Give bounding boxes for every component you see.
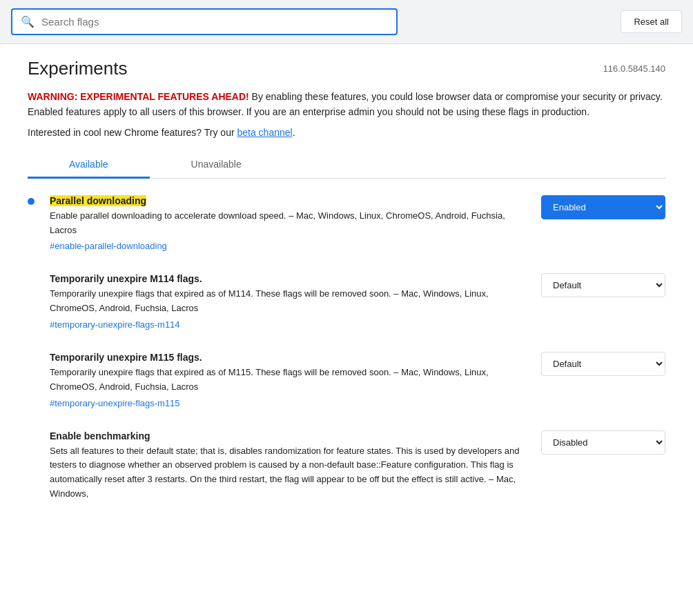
beta-intro: Interested in cool new Chrome features? …: [28, 127, 237, 138]
flag-title-highlighted: Parallel downloading: [50, 195, 146, 206]
flag-content: Parallel downloading Enable parallel dow…: [50, 195, 530, 252]
flag-title: Temporarily unexpire M115 flags.: [50, 352, 530, 363]
tab-available[interactable]: Available: [28, 152, 150, 179]
beta-text: Interested in cool new Chrome features? …: [28, 127, 665, 138]
flag-title: Temporarily unexpire M114 flags.: [50, 273, 530, 284]
page-title: Experiments: [28, 58, 128, 79]
flags-list: Parallel downloading Enable parallel dow…: [28, 195, 665, 504]
search-box: 🔍: [11, 8, 398, 35]
beta-channel-link[interactable]: beta channel: [237, 127, 292, 138]
flag-item-benchmarking: Enable benchmarking Sets all features to…: [28, 430, 665, 504]
header: 🔍 Reset all: [0, 0, 693, 44]
flag-content: Enable benchmarking Sets all features to…: [50, 430, 530, 504]
flag-content: Temporarily unexpire M115 flags. Tempora…: [50, 352, 530, 408]
flag-anchor-link[interactable]: #temporary-unexpire-flags-m115: [50, 398, 180, 408]
warning-label: WARNING: EXPERIMENTAL FEATURES AHEAD!: [28, 91, 249, 102]
flag-anchor-link[interactable]: #enable-parallel-downloading: [50, 241, 167, 251]
flag-description: Temporarily unexpire flags that expired …: [50, 366, 530, 395]
reset-all-button[interactable]: Reset all: [621, 10, 682, 33]
warning-paragraph: WARNING: EXPERIMENTAL FEATURES AHEAD! By…: [28, 89, 665, 120]
search-input[interactable]: [41, 16, 388, 28]
flag-control: Disabled Default Enabled: [541, 430, 665, 455]
flag-control: Enabled Default Disabled: [541, 195, 665, 219]
flag-control: Default Enabled Disabled: [541, 352, 665, 376]
flag-select-unexpire-m115[interactable]: Default Enabled Disabled: [541, 352, 665, 376]
flag-item-unexpire-m115: Temporarily unexpire M115 flags. Tempora…: [28, 352, 665, 408]
flag-select-benchmarking[interactable]: Disabled Default Enabled: [541, 430, 665, 455]
flag-description: Temporarily unexpire flags that expired …: [50, 287, 530, 316]
flag-item-parallel-downloading: Parallel downloading Enable parallel dow…: [28, 195, 665, 252]
flag-select-parallel-downloading[interactable]: Enabled Default Disabled: [541, 195, 665, 219]
flag-anchor-link[interactable]: #temporary-unexpire-flags-m114: [50, 319, 180, 330]
flag-content: Temporarily unexpire M114 flags. Tempora…: [50, 273, 530, 330]
flag-title: Parallel downloading: [50, 195, 530, 206]
beta-suffix: .: [293, 127, 295, 138]
top-section: Experiments 116.0.5845.140: [28, 58, 665, 79]
flag-control: Default Enabled Disabled: [541, 273, 665, 297]
flag-description: Enable parallel downloading to accelerat…: [50, 209, 530, 238]
flag-dot-col: [28, 195, 39, 205]
main-content: Experiments 116.0.5845.140 WARNING: EXPE…: [0, 44, 693, 554]
flag-title: Enable benchmarking: [50, 430, 530, 441]
version-text: 116.0.5845.140: [603, 63, 665, 74]
tab-unavailable[interactable]: Unavailable: [150, 152, 283, 179]
search-icon: 🔍: [21, 15, 35, 28]
flag-description: Sets all features to their default state…: [50, 444, 530, 501]
tabs-container: Available Unavailable: [28, 152, 665, 179]
flag-select-unexpire-m114[interactable]: Default Enabled Disabled: [541, 273, 665, 297]
flag-active-dot: [28, 198, 35, 205]
flag-item-unexpire-m114: Temporarily unexpire M114 flags. Tempora…: [28, 273, 665, 330]
